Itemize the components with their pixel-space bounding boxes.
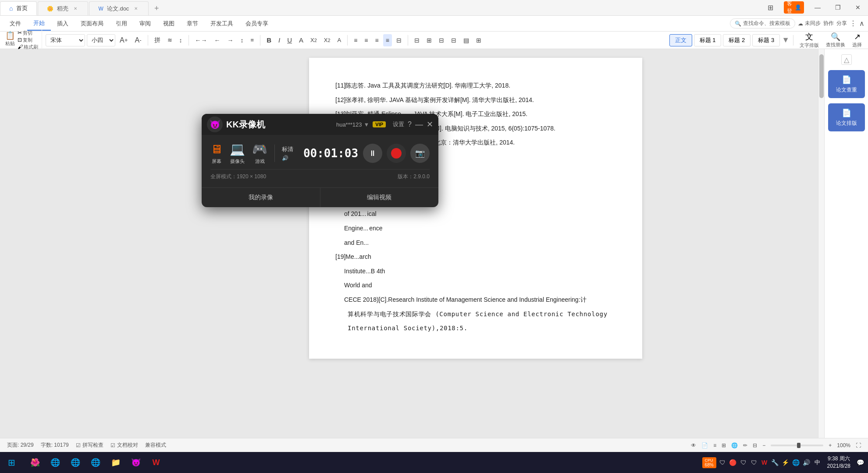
ribbon-tab-view[interactable]: 视图 <box>157 17 181 30</box>
indent-decrease-button[interactable]: ⊟ <box>436 34 447 46</box>
tray-icon-bluetooth[interactable]: ⚡ <box>781 458 790 467</box>
highlight-button[interactable]: A <box>334 34 344 46</box>
view-layout-icon[interactable]: ⊞ <box>722 442 726 448</box>
start-button[interactable]: ⊞ <box>0 452 23 473</box>
format-indent-button[interactable]: ↕ <box>177 34 185 46</box>
tray-icon-sound[interactable]: 🔊 <box>802 458 811 467</box>
paste-button[interactable]: 📋 粘贴 <box>4 30 17 50</box>
format-spacing-button[interactable]: ≋ <box>165 34 175 46</box>
kk-pause-button[interactable]: ⏸ <box>363 144 382 163</box>
zoom-out-btn[interactable]: − <box>762 442 765 448</box>
taskbar-icon-wps[interactable]: W <box>146 453 166 472</box>
collab-btn[interactable]: 协作 <box>823 20 834 27</box>
align-center-button[interactable]: ≡ <box>362 34 370 46</box>
scrollbar[interactable] <box>818 49 824 438</box>
kk-snapshot-button[interactable]: 📷 <box>410 144 430 163</box>
font-size-increase-button[interactable]: A+ <box>117 34 130 46</box>
styles-expand-icon[interactable]: ▼ <box>782 35 790 45</box>
ribbon-tab-chapter[interactable]: 章节 <box>181 17 204 30</box>
window-tiling-icon[interactable]: ⊞ <box>760 0 780 15</box>
taskbar-icon-edge[interactable]: 🌐 <box>66 453 85 472</box>
border-button[interactable]: ⊞ <box>473 34 484 46</box>
tray-lang-indicator[interactable]: 中 <box>813 459 822 466</box>
underline-button[interactable]: U <box>285 34 295 46</box>
copy-button[interactable]: ⊡ 复制 <box>18 37 38 43</box>
kk-stop-record-button[interactable] <box>387 144 406 163</box>
view-split-icon[interactable]: ⊟ <box>753 442 757 448</box>
font-name-select[interactable]: 宋体 <box>46 34 85 46</box>
view-edit-icon[interactable]: ✏ <box>743 442 747 448</box>
paper-format-button[interactable]: 📄 论文排版 <box>828 103 865 131</box>
bullet-list-button[interactable]: ⊟ <box>412 34 422 46</box>
zoom-handle[interactable] <box>797 443 800 448</box>
style-heading2[interactable]: 标题 2 <box>723 34 751 46</box>
scrollbar-thumb[interactable] <box>819 54 824 98</box>
tab-doc[interactable]: W 论文.doc ✕ <box>89 1 149 15</box>
indent-increase-button[interactable]: ⊟ <box>448 34 459 46</box>
taskbar-icon-ie[interactable]: 🌐 <box>46 453 65 472</box>
kk-source-screen[interactable]: 🖥 屏幕 <box>210 142 223 165</box>
view-outline-icon[interactable]: ≡ <box>713 442 716 448</box>
window-close-button[interactable]: ✕ <box>848 0 868 15</box>
view-icon[interactable]: 👁 <box>691 442 696 448</box>
spell-check-btn[interactable]: ☑ 拼写检查 <box>76 441 103 449</box>
style-normal[interactable]: 正文 <box>669 34 692 46</box>
kk-settings-button[interactable]: 设置 <box>393 120 404 128</box>
ribbon-tab-layout[interactable]: 页面布局 <box>75 17 110 30</box>
select-button[interactable]: ↗ 选择 <box>850 31 864 49</box>
view-normal-icon[interactable]: 📄 <box>701 442 708 448</box>
search-box[interactable]: 🔍 查找命令、搜索模板 <box>730 18 795 28</box>
tray-icon-security[interactable]: 🛡 <box>718 458 727 467</box>
kk-my-recordings-button[interactable]: 我的录像 <box>202 188 320 207</box>
align-distribute-button[interactable]: ←→ <box>192 34 210 46</box>
tray-notification-icon[interactable]: 💬 <box>856 458 864 467</box>
ribbon-tab-vip[interactable]: 会员专享 <box>239 17 274 30</box>
line-spacing-button[interactable]: ↕ <box>238 34 246 46</box>
tray-icon-shield[interactable]: 🛡 <box>739 458 748 467</box>
view-web-icon[interactable]: 🌐 <box>731 442 738 448</box>
tab-home[interactable]: ⌂ 首页 <box>0 1 37 15</box>
tray-icon-vpn[interactable]: 🛡 <box>750 458 758 467</box>
align-left-indent-button[interactable]: ← <box>212 34 223 46</box>
taskbar-icon-kk[interactable]: 😈 <box>126 453 146 472</box>
sync-btn[interactable]: ☁ 未同步 <box>798 20 821 27</box>
kk-source-camera[interactable]: 💻 摄像头 <box>230 142 245 165</box>
font-size-select[interactable]: 小四 <box>87 34 115 46</box>
tab-add-button[interactable]: + <box>149 1 164 15</box>
tab-doc-close[interactable]: ✕ <box>132 5 139 12</box>
style-heading1[interactable]: 标题 1 <box>694 34 722 46</box>
font-color-button[interactable]: A <box>296 34 306 46</box>
taskbar-icon-explorer[interactable]: 📁 <box>106 453 125 472</box>
kk-source-game[interactable]: 🎮 游戏 <box>252 142 267 165</box>
taskbar-icon-search[interactable]: 🌺 <box>25 453 45 472</box>
find-replace-button[interactable]: 🔍 查找替换 <box>823 31 848 49</box>
numbered-list-button[interactable]: ⊞ <box>424 34 434 46</box>
tray-icon-wps2[interactable]: 🔧 <box>771 458 779 467</box>
zoom-in-btn[interactable]: + <box>829 442 832 448</box>
fullscreen-btn[interactable]: ⛶ <box>856 442 861 448</box>
tray-icon-wps-tray[interactable]: W <box>760 458 769 467</box>
ribbon-tab-insert[interactable]: 插入 <box>51 17 75 30</box>
ribbon-tab-file[interactable]: 文件 <box>4 17 27 30</box>
window-user-btn[interactable]: 访客登录 👤 <box>784 1 804 14</box>
subscript-button[interactable]: X2 <box>321 34 333 46</box>
ribbon-tab-reference[interactable]: 引用 <box>110 17 133 30</box>
format-pinyin-button[interactable]: 拼 <box>152 34 163 46</box>
window-restore-button[interactable]: ❐ <box>828 0 848 15</box>
kk-close-button[interactable]: ✕ <box>427 120 433 129</box>
taskbar-icon-chrome[interactable]: 🌐 <box>86 453 105 472</box>
collapse-ribbon-icon[interactable]: ∧ <box>859 19 864 28</box>
more-icon[interactable]: ⋮ <box>850 19 857 28</box>
doc-check-btn[interactable]: ☑ 文档校对 <box>110 441 138 449</box>
tray-icon-antivirus[interactable]: 🔴 <box>729 458 737 467</box>
align-right-button[interactable]: ≡ <box>372 34 381 46</box>
share-btn[interactable]: 分享 <box>836 20 847 27</box>
tab-daoke[interactable]: 🌼 稻壳 ✕ <box>38 1 88 15</box>
cpu-indicator[interactable]: CPU 68% <box>702 457 716 468</box>
tray-icon-network[interactable]: 🌐 <box>792 458 800 467</box>
kk-edit-video-button[interactable]: 编辑视频 <box>320 188 439 207</box>
align-left-button[interactable]: ≡ <box>351 34 360 46</box>
paper-check-button[interactable]: 📄 论文查重 <box>828 70 865 98</box>
bold-button[interactable]: B <box>264 34 274 46</box>
text-layout-button[interactable]: 文 文字排版 <box>797 31 822 49</box>
